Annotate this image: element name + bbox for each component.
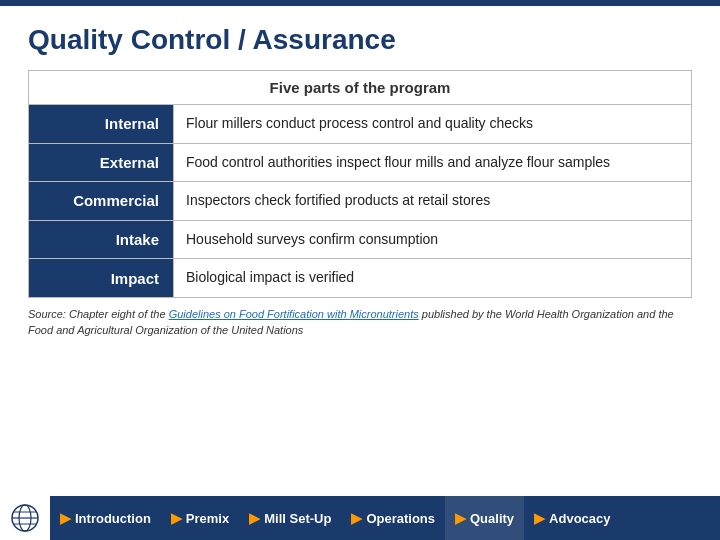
nav-arrow-icon: ▶ [60,510,71,526]
row-description: Food control authorities inspect flour m… [174,143,692,182]
table-header-cell: Five parts of the program [29,71,692,105]
source-link[interactable]: Guidelines on Food Fortification with Mi… [169,308,419,320]
program-table: Five parts of the program InternalFlour … [28,70,692,298]
table-row: ExternalFood control authorities inspect… [29,143,692,182]
nav-arrow-icon: ▶ [455,510,466,526]
page-title: Quality Control / Assurance [28,24,692,56]
main-content: Quality Control / Assurance Five parts o… [0,6,720,349]
row-label: External [29,143,174,182]
source-prefix: Source: Chapter eight of the [28,308,169,320]
globe-container [0,496,50,540]
table-row: InternalFlour millers conduct process co… [29,105,692,144]
nav-arrow-icon: ▶ [351,510,362,526]
nav-item-operations[interactable]: ▶Operations [341,496,445,540]
row-label: Impact [29,259,174,298]
row-label: Internal [29,105,174,144]
nav-arrow-icon: ▶ [534,510,545,526]
nav-item-label: Premix [186,511,229,526]
nav-item-quality[interactable]: ▶Quality [445,496,524,540]
nav-item-introduction[interactable]: ▶Introduction [50,496,161,540]
row-label: Commercial [29,182,174,221]
nav-arrow-icon: ▶ [171,510,182,526]
row-label: Intake [29,220,174,259]
nav-items: ▶Introduction▶Premix▶Mill Set-Up▶Operati… [50,496,720,540]
nav-item-label: Introduction [75,511,151,526]
nav-item-label: Quality [470,511,514,526]
table-row: CommercialInspectors check fortified pro… [29,182,692,221]
nav-arrow-icon: ▶ [249,510,260,526]
row-description: Biological impact is verified [174,259,692,298]
row-description: Flour millers conduct process control an… [174,105,692,144]
nav-item-label: Mill Set-Up [264,511,331,526]
nav-item-advocacy[interactable]: ▶Advocacy [524,496,620,540]
nav-item-label: Operations [366,511,435,526]
table-header-row: Five parts of the program [29,71,692,105]
row-description: Inspectors check fortified products at r… [174,182,692,221]
nav-item-premix[interactable]: ▶Premix [161,496,239,540]
source-text: Source: Chapter eight of the Guidelines … [28,306,692,339]
table-row: ImpactBiological impact is verified [29,259,692,298]
nav-item-label: Advocacy [549,511,610,526]
bottom-bar: ▶Introduction▶Premix▶Mill Set-Up▶Operati… [0,496,720,540]
globe-icon [9,502,41,534]
table-row: IntakeHousehold surveys confirm consumpt… [29,220,692,259]
row-description: Household surveys confirm consumption [174,220,692,259]
nav-item-mill-set-up[interactable]: ▶Mill Set-Up [239,496,341,540]
